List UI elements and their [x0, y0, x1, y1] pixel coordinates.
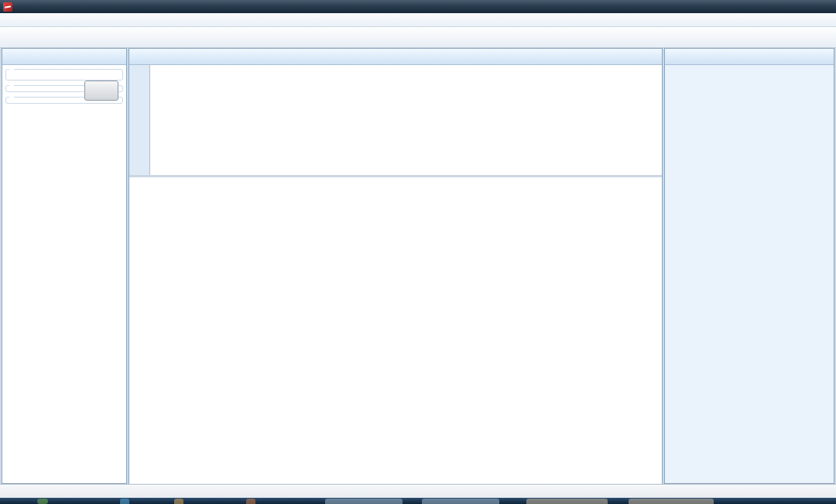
velocity-histogram [665, 65, 834, 484]
info-panel-body [2, 65, 126, 483]
start-orb [37, 499, 48, 504]
current-point-header [129, 49, 662, 65]
taskbar-window [629, 499, 714, 504]
menu-bar [0, 13, 836, 27]
taskbar-icon [174, 499, 183, 504]
current-point-plot[interactable] [129, 65, 662, 175]
current-point-waveform[interactable] [150, 65, 662, 175]
toolbar [0, 27, 836, 48]
app-icon [3, 2, 12, 12]
velocity-panel [664, 48, 834, 484]
taskbar-icon [246, 499, 255, 504]
title-bar [0, 0, 836, 13]
trace-view[interactable] [129, 177, 662, 484]
velocity-chart [665, 65, 834, 484]
status-bar [0, 484, 836, 498]
current-point-panel [128, 48, 663, 484]
taskbar-icon [120, 499, 129, 504]
info-panel [2, 48, 127, 484]
direction-options [9, 71, 119, 76]
taskbar-window [325, 499, 403, 504]
basic-info-group [5, 97, 123, 104]
top-plot-axis-strip [129, 65, 150, 175]
taskbar-sliver [0, 498, 836, 504]
edit-button[interactable] [84, 81, 118, 101]
taskbar-window [526, 499, 608, 504]
depth-traces[interactable] [129, 177, 662, 484]
info-panel-header [2, 49, 126, 65]
direction-group [5, 69, 123, 81]
taskbar-window [422, 499, 499, 504]
velocity-panel-header [665, 49, 834, 65]
